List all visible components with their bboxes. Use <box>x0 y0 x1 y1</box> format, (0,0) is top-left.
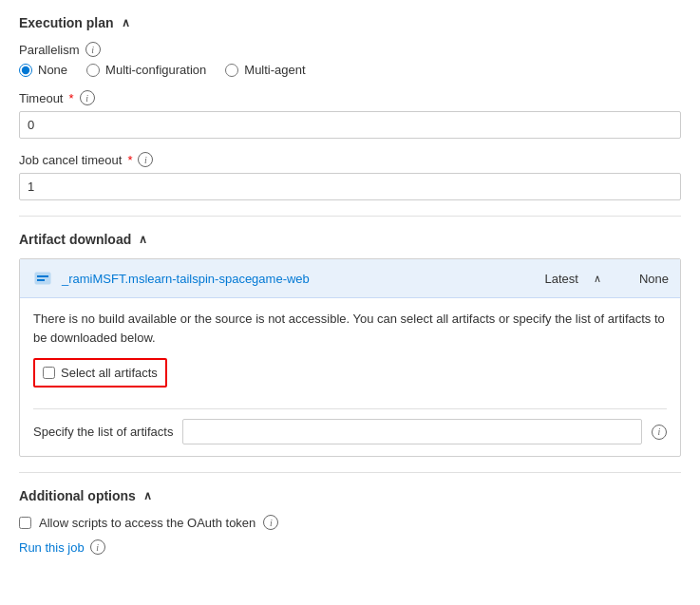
parallelism-info-icon[interactable]: i <box>85 42 101 57</box>
parallelism-group: Parallelism i None Multi-configuration M… <box>19 42 681 77</box>
run-job-label[interactable]: Run this job <box>19 540 85 555</box>
job-cancel-timeout-label-row: Job cancel timeout * i <box>19 152 681 167</box>
artifact-version: Latest <box>545 272 578 286</box>
artifact-download-section: Artifact download ∧ _ramiMSFT.mslearn-ta… <box>19 232 681 457</box>
artifact-none-label: None <box>639 272 669 286</box>
section-divider-2 <box>19 472 681 473</box>
run-job-info-icon[interactable]: i <box>90 539 105 555</box>
artifact-name[interactable]: _ramiMSFT.mslearn-tailspin-spacegame-web <box>62 272 545 286</box>
specify-artifacts-info-icon[interactable]: i <box>652 425 667 440</box>
parallelism-none-label: None <box>38 63 67 77</box>
execution-plan-section: Execution plan ∧ Parallelism i None Mult… <box>19 15 681 200</box>
allow-scripts-label: Allow scripts to access the OAuth token <box>39 516 255 530</box>
execution-plan-title: Execution plan <box>19 15 114 30</box>
execution-plan-chevron-icon: ∧ <box>122 16 130 29</box>
job-cancel-timeout-label: Job cancel timeout <box>19 153 122 167</box>
artifact-download-title: Artifact download <box>19 232 131 247</box>
timeout-label-row: Timeout * i <box>19 90 681 105</box>
parallelism-multiconfig-option[interactable]: Multi-configuration <box>86 63 206 77</box>
job-cancel-timeout-group: Job cancel timeout * i <box>19 152 681 200</box>
select-all-label: Select all artifacts <box>61 366 158 380</box>
additional-options-header: Additional options ∧ <box>19 488 681 503</box>
additional-options-title: Additional options <box>19 488 136 503</box>
timeout-required: * <box>68 91 73 105</box>
parallelism-radio-group: None Multi-configuration Multi-agent <box>19 63 681 77</box>
svg-rect-1 <box>37 275 48 277</box>
job-cancel-timeout-required: * <box>127 153 132 167</box>
section-divider-1 <box>19 216 681 217</box>
timeout-label: Timeout <box>19 91 63 105</box>
parallelism-none-option[interactable]: None <box>19 63 67 77</box>
timeout-input[interactable] <box>19 111 681 139</box>
allow-scripts-row: Allow scripts to access the OAuth token … <box>19 515 681 530</box>
artifact-download-header: Artifact download ∧ <box>19 232 681 247</box>
additional-options-chevron-icon: ∧ <box>143 489 152 502</box>
select-all-checkbox[interactable] <box>43 367 55 379</box>
artifacts-divider <box>33 408 667 409</box>
run-job-row: Run this job i <box>19 539 681 555</box>
timeout-group: Timeout * i <box>19 90 681 139</box>
allow-scripts-info-icon[interactable]: i <box>263 515 278 530</box>
execution-plan-header: Execution plan ∧ <box>19 15 681 30</box>
parallelism-multiconfig-label: Multi-configuration <box>105 63 206 77</box>
specify-artifacts-label: Specify the list of artifacts <box>33 425 173 439</box>
additional-options-section: Additional options ∧ Allow scripts to ac… <box>19 488 681 555</box>
artifact-body: There is no build available or the sourc… <box>20 298 680 456</box>
job-cancel-timeout-info-icon[interactable]: i <box>138 152 153 167</box>
parallelism-label: Parallelism i <box>19 42 681 57</box>
job-cancel-timeout-input[interactable] <box>19 173 681 200</box>
svg-rect-2 <box>37 279 45 281</box>
artifact-build-icon <box>31 267 54 290</box>
artifact-container: _ramiMSFT.mslearn-tailspin-spacegame-web… <box>19 258 681 457</box>
svg-rect-0 <box>35 273 50 284</box>
parallelism-multiagent-option[interactable]: Multi-agent <box>225 63 305 77</box>
timeout-info-icon[interactable]: i <box>80 90 95 105</box>
allow-scripts-checkbox[interactable] <box>19 517 31 529</box>
parallelism-multiagent-label: Multi-agent <box>244 63 305 77</box>
artifact-message: There is no build available or the sourc… <box>33 310 667 347</box>
specify-artifacts-row: Specify the list of artifacts i <box>33 419 667 444</box>
select-all-artifacts-row[interactable]: Select all artifacts <box>33 358 167 388</box>
artifact-header-row: _ramiMSFT.mslearn-tailspin-spacegame-web… <box>20 259 680 298</box>
specify-artifacts-input[interactable] <box>182 419 642 444</box>
artifact-download-chevron-icon: ∧ <box>139 233 147 246</box>
artifact-collapse-chevron-icon[interactable]: ∧ <box>594 273 601 285</box>
